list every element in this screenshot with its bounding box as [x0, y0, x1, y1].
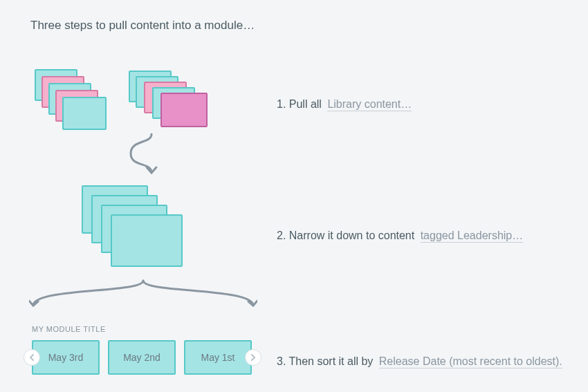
- content-card: [62, 97, 107, 130]
- page-title: Three steps to pull content into a modul…: [30, 19, 255, 32]
- step-3: 3. Then sort it all by Release Date (mos…: [277, 355, 562, 368]
- sorted-card: May 1st: [184, 340, 252, 375]
- prev-button[interactable]: [24, 349, 40, 366]
- chevron-left-icon: [29, 354, 35, 361]
- step-2-prefix: 2. Narrow it down to content: [277, 230, 414, 241]
- step-1-link[interactable]: Library content…: [327, 98, 412, 111]
- spread-arrow-icon: [29, 278, 257, 319]
- card-date: May 2nd: [123, 352, 160, 363]
- step-1-prefix: 1. Pull all: [277, 98, 322, 110]
- step-1: 1. Pull all Library content…: [277, 98, 412, 111]
- step-3-prefix: 3. Then sort it all by: [277, 355, 373, 367]
- chevron-right-icon: [250, 354, 256, 361]
- step-3-link[interactable]: Release Date (most recent to oldest).: [379, 355, 562, 368]
- sorted-card: May 2nd: [108, 340, 176, 375]
- step-2-link[interactable]: tagged Leadership…: [421, 230, 524, 243]
- sorted-card: May 3rd: [32, 340, 100, 375]
- content-card: [160, 93, 208, 127]
- content-card: [111, 214, 183, 267]
- next-button[interactable]: [245, 349, 261, 366]
- flow-arrow-icon: [124, 131, 172, 187]
- module-title-label: MY MODULE TITLE: [32, 325, 106, 333]
- step-2: 2. Narrow it down to content tagged Lead…: [277, 230, 523, 242]
- card-date: May 3rd: [48, 352, 84, 363]
- card-date: May 1st: [201, 352, 235, 363]
- sorted-card-row: May 3rd May 2nd May 1st: [32, 340, 252, 375]
